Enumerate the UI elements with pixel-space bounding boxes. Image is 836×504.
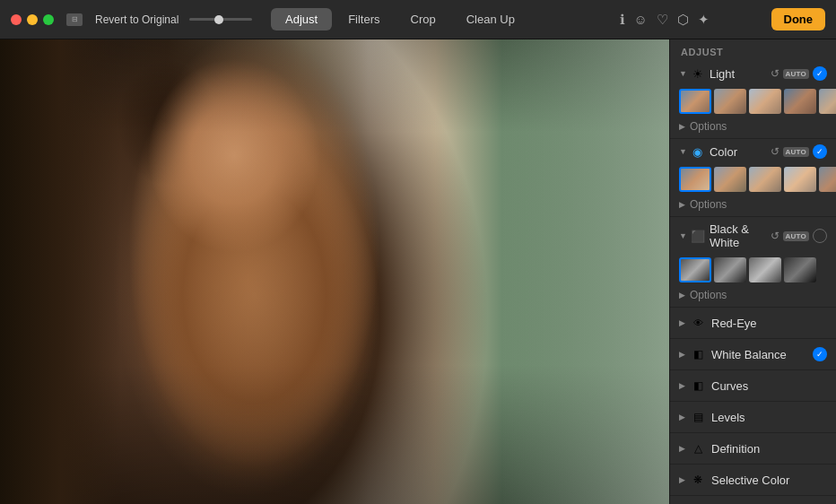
color-icon: ◉ [691, 144, 705, 159]
bw-options-chevron-icon: ▶ [679, 291, 685, 300]
row-definition[interactable]: ▶ △ Definition [670, 433, 836, 465]
color-options[interactable]: ▶ Options [670, 196, 836, 216]
nav-tabs: Adjust Filters Crop Clean Up [271, 8, 529, 30]
color-options-chevron-icon: ▶ [679, 200, 685, 209]
sidebar-toggle-icon[interactable]: ⊟ [66, 13, 83, 26]
light-options-label: Options [690, 120, 727, 133]
color-thumb-3[interactable] [749, 167, 781, 192]
tab-filters[interactable]: Filters [334, 8, 394, 30]
light-thumb-5[interactable] [819, 89, 836, 114]
color-reset-icon[interactable]: ↺ [771, 145, 779, 158]
white-balance-title: White Balance [711, 348, 813, 361]
photo-canvas [0, 39, 669, 504]
section-bw-title: Black & White [710, 222, 771, 249]
main-content: ADJUST ▼ ☀ Light ↺ AUTO ✓ [0, 39, 836, 504]
done-button[interactable]: Done [771, 8, 826, 30]
light-thumb-2[interactable] [714, 89, 746, 114]
section-color-chevron: ▼ [679, 147, 687, 156]
section-color-actions: ↺ AUTO ✓ [771, 144, 827, 159]
minimize-button[interactable] [27, 14, 38, 25]
zoom-slider[interactable] [189, 18, 252, 21]
tab-cleanup[interactable]: Clean Up [452, 8, 529, 30]
row-levels[interactable]: ▶ ▤ Levels [670, 402, 836, 433]
section-light-title: Light [710, 67, 771, 81]
info-icon[interactable]: ℹ [620, 12, 625, 28]
titlebar: ⊟ Revert to Original Adjust Filters Crop… [0, 0, 836, 39]
levels-title: Levels [711, 411, 827, 424]
light-thumbnail-strip [670, 86, 836, 118]
bw-icon: ⬛ [691, 229, 705, 243]
row-red-eye[interactable]: ▶ 👁 Red-Eye [670, 308, 836, 339]
definition-icon: △ [690, 440, 706, 456]
red-eye-chevron-icon: ▶ [679, 318, 685, 327]
section-bw-header[interactable]: ▼ ⬛ Black & White ↺ AUTO [670, 217, 836, 255]
row-white-balance[interactable]: ▶ ◧ White Balance ✓ [670, 339, 836, 370]
heart-icon[interactable]: ♡ [657, 12, 668, 28]
photo-left-shadow [0, 39, 120, 504]
color-auto-badge[interactable]: AUTO [783, 147, 809, 157]
tab-crop[interactable]: Crop [396, 8, 450, 30]
light-auto-badge[interactable]: AUTO [783, 69, 809, 79]
light-thumb-4[interactable] [784, 89, 816, 114]
titlebar-icons: ℹ ☺ ♡ ⬡ ✦ [620, 12, 710, 28]
white-balance-chevron-icon: ▶ [679, 350, 685, 359]
bw-thumb-1[interactable] [679, 257, 711, 282]
bw-thumbnail-strip [670, 255, 836, 287]
tools-icon[interactable]: ✦ [698, 12, 710, 28]
color-options-label: Options [690, 198, 727, 211]
color-thumb-4[interactable] [784, 167, 816, 192]
bw-options[interactable]: ▶ Options [670, 287, 836, 307]
light-options[interactable]: ▶ Options [670, 118, 836, 138]
bw-reset-icon[interactable]: ↺ [771, 230, 779, 242]
emoji-icon[interactable]: ☺ [634, 12, 648, 27]
section-light-actions: ↺ AUTO ✓ [771, 66, 827, 81]
bw-options-label: Options [690, 289, 727, 301]
close-button[interactable] [11, 14, 22, 25]
section-color-title: Color [710, 145, 771, 159]
selective-color-title: Selective Color [711, 474, 827, 487]
panel-scroll[interactable]: ▼ ☀ Light ↺ AUTO ✓ ▶ [670, 61, 836, 504]
section-color-header[interactable]: ▼ ◉ Color ↺ AUTO ✓ [670, 139, 836, 164]
bw-auto-badge[interactable]: AUTO [783, 231, 809, 241]
section-bw-chevron: ▼ [679, 231, 687, 240]
row-selective-color[interactable]: ▶ ❋ Selective Color [670, 465, 836, 496]
red-eye-title: Red-Eye [711, 317, 827, 330]
bw-circle[interactable] [813, 229, 827, 243]
window-controls: ⊟ [66, 13, 83, 26]
red-eye-icon: 👁 [690, 315, 706, 331]
color-thumb-5[interactable] [819, 167, 836, 192]
section-bw: ▼ ⬛ Black & White ↺ AUTO ▶ [670, 217, 836, 308]
share-icon[interactable]: ⬡ [677, 12, 689, 28]
panel-header: ADJUST [670, 39, 836, 61]
bw-thumb-3[interactable] [749, 257, 781, 282]
curves-icon: ◧ [690, 378, 706, 394]
white-balance-icon: ◧ [690, 346, 706, 362]
levels-chevron-icon: ▶ [679, 413, 685, 421]
section-light: ▼ ☀ Light ↺ AUTO ✓ ▶ [670, 61, 836, 139]
right-panel: ADJUST ▼ ☀ Light ↺ AUTO ✓ [669, 39, 836, 504]
row-noise-reduction[interactable]: ▶ ▦ Noise Reduction [670, 496, 836, 504]
light-check[interactable]: ✓ [813, 66, 827, 81]
row-curves[interactable]: ▶ ◧ Curves [670, 370, 836, 402]
section-color: ▼ ◉ Color ↺ AUTO ✓ ▶ [670, 139, 836, 217]
bw-thumb-4[interactable] [784, 257, 816, 282]
color-check[interactable]: ✓ [813, 144, 827, 159]
light-reset-icon[interactable]: ↺ [771, 67, 779, 80]
selective-color-chevron-icon: ▶ [679, 475, 685, 484]
curves-title: Curves [711, 379, 827, 393]
light-thumb-1[interactable] [679, 89, 711, 114]
white-balance-badge: ✓ [813, 347, 827, 361]
tab-adjust[interactable]: Adjust [271, 8, 332, 30]
color-thumb-2[interactable] [714, 167, 746, 192]
definition-chevron-icon: ▶ [679, 444, 685, 453]
color-thumbnail-strip [670, 164, 836, 196]
photo-right-curtain [502, 39, 670, 504]
bw-thumb-2[interactable] [714, 257, 746, 282]
color-thumb-1[interactable] [679, 167, 711, 192]
section-light-header[interactable]: ▼ ☀ Light ↺ AUTO ✓ [670, 61, 836, 86]
light-icon: ☀ [691, 66, 705, 81]
light-thumb-3[interactable] [749, 89, 781, 114]
definition-title: Definition [711, 442, 827, 456]
maximize-button[interactable] [43, 14, 54, 25]
revert-button[interactable]: Revert to Original [95, 13, 179, 26]
